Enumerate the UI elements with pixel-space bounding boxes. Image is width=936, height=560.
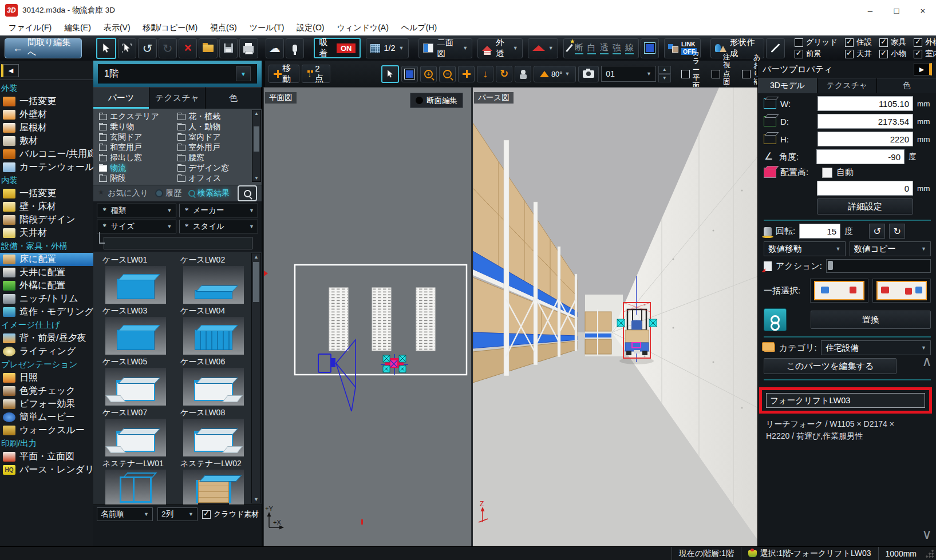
placement-height-input[interactable] <box>817 181 913 196</box>
sidebar-item[interactable]: 日照 <box>0 371 93 384</box>
plan-view[interactable]: 平面図 断面編集 <box>263 87 472 547</box>
panel-expand-icon[interactable]: ▶ <box>914 63 932 76</box>
menu-item[interactable]: ヘルプ(H) <box>395 23 443 33</box>
sidebar-item[interactable]: 外装 <box>0 82 93 95</box>
category-item[interactable]: 物流 <box>99 163 175 173</box>
filter-dropdown[interactable]: ＊ メーカー▼ <box>179 204 259 217</box>
sidebar-item[interactable]: 造作・モデリング <box>0 305 93 319</box>
view-select-tool[interactable] <box>381 65 399 83</box>
layer-checkbox[interactable]: 家具 <box>879 37 906 47</box>
category-item[interactable]: 乗り物 <box>99 122 175 132</box>
numeric-copy-dropdown[interactable]: 数値コピー▼ <box>850 241 931 256</box>
sidebar-item[interactable]: 外構に配置 <box>0 279 93 292</box>
sidebar-item[interactable]: バルコニー/共用廊下 <box>0 148 93 161</box>
print-button[interactable] <box>239 38 258 58</box>
rotate-input[interactable] <box>799 224 840 239</box>
layer-checkbox[interactable]: 天井 <box>845 49 872 59</box>
pan-button[interactable] <box>458 66 475 82</box>
tree-scrollbar[interactable]: ▲▼ <box>252 110 261 182</box>
snapshot-button[interactable] <box>578 66 599 82</box>
snap-toggle-button[interactable]: 吸着ON <box>314 38 361 58</box>
category-item[interactable]: 和室用戸 <box>99 142 175 153</box>
layer-checkbox[interactable]: 前景 <box>795 49 838 59</box>
filter-dropdown[interactable]: ＊ スタイル▼ <box>179 220 259 233</box>
numeric-move-dropdown[interactable]: 数値移動▼ <box>764 241 846 256</box>
zoom-in-button[interactable]: + <box>420 66 437 82</box>
menu-item[interactable]: 視点(S) <box>204 23 243 33</box>
replace-button[interactable]: 置換 <box>811 311 931 329</box>
category-item[interactable]: エクステリア <box>99 112 175 122</box>
maximize-button[interactable]: □ <box>883 0 910 21</box>
properties-tab[interactable]: テクスチャ <box>817 78 877 93</box>
sidebar-item[interactable]: 壁・床材 <box>0 200 93 213</box>
camera-height-button[interactable]: ↓ <box>477 66 493 82</box>
resize-grip[interactable] <box>925 549 934 558</box>
menu-item[interactable]: ツール(T) <box>243 23 291 33</box>
exterior-transparency-dropdown[interactable]: 外透▼ <box>477 38 523 58</box>
menu-item[interactable]: 移動/コピー(M) <box>137 23 204 33</box>
rack-row[interactable] <box>329 288 435 351</box>
menu-item[interactable]: 設定(O) <box>290 23 330 33</box>
batch-select-all-button[interactable] <box>872 279 931 303</box>
parts-list-item[interactable]: ケースLW04 <box>175 306 252 355</box>
menu-item[interactable]: ウィンドウ(A) <box>331 23 395 33</box>
sort-dropdown[interactable]: 名前順▼ <box>97 507 153 521</box>
multi-select-tool-button[interactable] <box>118 38 136 58</box>
rotate-cw-button[interactable]: ↻ <box>889 224 905 239</box>
batch-select-same-button[interactable] <box>810 279 868 303</box>
parts-tab[interactable]: パーツ <box>93 87 149 109</box>
roof-display-dropdown[interactable]: ▼ <box>528 38 558 58</box>
view-preset-dropdown[interactable]: 01▼ <box>601 66 656 82</box>
spinner-down-icon[interactable]: ▼ <box>658 74 671 82</box>
view-preset-spinner[interactable]: ▲▼ <box>658 66 671 82</box>
perspective-canvas[interactable]: Z <box>473 88 758 547</box>
floor-dropdown[interactable]: 1階 ▼ <box>98 64 257 84</box>
action-slider[interactable] <box>826 259 931 273</box>
voice-input-button[interactable] <box>286 38 304 58</box>
parts-list-item[interactable]: ケースLW06 <box>175 357 252 406</box>
menu-item[interactable]: 編集(E) <box>58 23 97 33</box>
sidebar-item[interactable]: 内装 <box>0 174 93 187</box>
section-edit-button[interactable]: 断面編集 <box>410 93 463 108</box>
auto-height-checkbox[interactable] <box>822 168 832 178</box>
undo-button[interactable]: ↺ <box>138 38 156 58</box>
part-name-field[interactable] <box>766 393 925 408</box>
sidebar-item[interactable]: 外壁材 <box>0 108 93 121</box>
parts-tab[interactable]: 色 <box>206 87 262 109</box>
sidebar-item[interactable]: 床に配置 <box>0 253 93 266</box>
layer-checkbox[interactable]: 小物 <box>879 49 906 59</box>
category-item[interactable]: 玄関ドア <box>99 132 175 142</box>
filter-dropdown[interactable]: ＊ サイズ▼ <box>97 220 176 233</box>
menu-item[interactable]: 表示(V) <box>97 23 137 33</box>
category-item[interactable]: 階段 <box>99 173 175 184</box>
focus-frame-button[interactable] <box>641 38 659 58</box>
parts-list-item[interactable]: ネステナーLW01 <box>97 459 175 505</box>
minimize-button[interactable]: – <box>857 0 883 21</box>
category-item[interactable]: 掃出し窓 <box>99 153 175 163</box>
search-input[interactable] <box>104 237 252 249</box>
line-mode-button[interactable]: 透 <box>600 42 609 54</box>
sidebar-item[interactable]: ウォークスルー <box>0 424 93 437</box>
sidebar-item[interactable]: 敷材 <box>0 134 93 148</box>
category-item[interactable]: 人・動物 <box>177 122 254 132</box>
detail-settings-button[interactable]: 詳細設定 <box>817 198 913 215</box>
layer-checkbox[interactable]: グリッド <box>795 37 838 47</box>
sidebar-item[interactable]: 階段デザイン <box>0 213 93 227</box>
parts-list-item[interactable]: ケースLW05 <box>97 357 175 406</box>
sidebar-item[interactable]: プレゼンテーション <box>0 358 93 371</box>
parts-scrollbar[interactable]: ▲▼ <box>251 253 261 503</box>
two-point-mode-button[interactable]: 2点 <box>302 65 330 83</box>
sidebar-item[interactable]: ビフォー効果 <box>0 398 93 411</box>
width-input[interactable] <box>817 96 913 111</box>
sidebar-item[interactable]: イメージ仕上げ <box>0 319 93 332</box>
sidebar-item[interactable]: ライティング <box>0 345 93 358</box>
move-mode-button[interactable]: 移動 <box>268 65 299 83</box>
filter-button[interactable]: 履歴 <box>155 188 181 198</box>
sidebar-item[interactable]: 印刷/出力 <box>0 437 93 450</box>
filter-button[interactable]: お気に入り <box>98 188 148 198</box>
properties-tab[interactable]: 色 <box>877 78 936 93</box>
perspective-view[interactable]: パース図 <box>472 87 759 547</box>
line-mode-button[interactable]: 白 <box>587 42 596 54</box>
sidebar-item[interactable]: 屋根材 <box>0 121 93 134</box>
parts-tab[interactable]: テクスチャ <box>149 87 206 109</box>
